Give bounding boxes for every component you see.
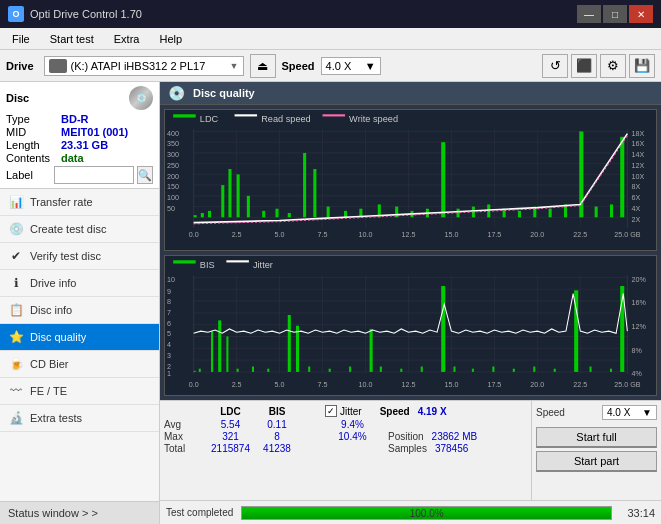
mid-value: MEIT01 (001) bbox=[61, 126, 128, 138]
speed-dropdown[interactable]: 4.0 X ▼ bbox=[602, 405, 657, 420]
max-bis: 8 bbox=[257, 431, 297, 442]
svg-rect-149 bbox=[533, 366, 535, 371]
status-text: Test completed bbox=[166, 507, 233, 518]
drive-selector[interactable]: (K:) ATAPI iHBS312 2 PL17 ▼ bbox=[44, 56, 244, 76]
svg-text:12%: 12% bbox=[631, 321, 646, 330]
window-controls: — □ ✕ bbox=[577, 5, 653, 23]
maximize-button[interactable]: □ bbox=[603, 5, 627, 23]
disc-quality-header: 💿 Disc quality bbox=[160, 82, 661, 105]
cd-bier-label: CD Bier bbox=[30, 358, 69, 370]
svg-text:250: 250 bbox=[167, 161, 179, 170]
main-layout: Disc 💿 Type BD-R MID MEIT01 (001) Length… bbox=[0, 82, 661, 524]
svg-rect-3 bbox=[235, 114, 258, 116]
close-button[interactable]: ✕ bbox=[629, 5, 653, 23]
svg-text:Jitter: Jitter bbox=[253, 258, 273, 269]
svg-text:25.0 GB: 25.0 GB bbox=[614, 379, 640, 388]
refresh-button[interactable]: ↺ bbox=[542, 54, 568, 78]
start-full-button[interactable]: Start full bbox=[536, 427, 657, 448]
disc-quality-icon: ⭐ bbox=[8, 329, 24, 345]
svg-text:22.5: 22.5 bbox=[573, 379, 587, 388]
start-part-button[interactable]: Start part bbox=[536, 451, 657, 472]
status-window-button[interactable]: Status window > > bbox=[0, 501, 159, 524]
progress-percent: 100.0% bbox=[242, 507, 611, 521]
svg-text:8%: 8% bbox=[631, 345, 642, 354]
svg-text:7.5: 7.5 bbox=[318, 229, 328, 238]
svg-text:16%: 16% bbox=[631, 298, 646, 307]
svg-text:12X: 12X bbox=[631, 161, 644, 170]
svg-text:15.0: 15.0 bbox=[444, 379, 458, 388]
sidebar: Disc 💿 Type BD-R MID MEIT01 (001) Length… bbox=[0, 82, 160, 524]
svg-rect-53 bbox=[288, 213, 291, 217]
svg-rect-45 bbox=[201, 213, 204, 217]
svg-text:4: 4 bbox=[167, 340, 171, 349]
svg-text:8X: 8X bbox=[631, 182, 640, 191]
label-edit-icon[interactable]: 🔍 bbox=[137, 166, 153, 184]
svg-text:BIS: BIS bbox=[200, 258, 215, 269]
svg-rect-141 bbox=[380, 366, 382, 371]
avg-label: Avg bbox=[164, 419, 204, 430]
drive-icon bbox=[49, 59, 67, 73]
label-input[interactable] bbox=[54, 166, 134, 184]
length-label: Length bbox=[6, 139, 61, 151]
svg-text:4X: 4X bbox=[631, 204, 640, 213]
speed-selector[interactable]: 4.0 X ▼ bbox=[321, 57, 381, 75]
svg-rect-152 bbox=[590, 366, 592, 371]
app-icon: O bbox=[8, 6, 24, 22]
svg-rect-138 bbox=[329, 368, 331, 371]
sidebar-item-extra-tests[interactable]: 🔬 Extra tests bbox=[0, 405, 159, 432]
status-window-label: Status window > > bbox=[8, 507, 98, 519]
sidebar-item-verify-test-disc[interactable]: ✔ Verify test disc bbox=[0, 243, 159, 270]
position-label: Position bbox=[388, 431, 424, 442]
content-area: 💿 Disc quality LDC Read speed Write bbox=[160, 82, 661, 524]
sidebar-item-create-test-disc[interactable]: 💿 Create test disc bbox=[0, 216, 159, 243]
svg-rect-129 bbox=[211, 331, 213, 372]
max-label: Max bbox=[164, 431, 204, 442]
sidebar-item-disc-info[interactable]: 📋 Disc info bbox=[0, 297, 159, 324]
svg-text:17.5: 17.5 bbox=[487, 229, 501, 238]
settings-button[interactable]: ⚙ bbox=[600, 54, 626, 78]
sidebar-item-drive-info[interactable]: ℹ Drive info bbox=[0, 270, 159, 297]
minimize-button[interactable]: — bbox=[577, 5, 601, 23]
stop-button[interactable]: ⬛ bbox=[571, 54, 597, 78]
jitter-checkbox-container[interactable]: ✓ Jitter bbox=[325, 405, 362, 417]
elapsed-time: 33:14 bbox=[620, 507, 655, 519]
svg-rect-153 bbox=[610, 368, 612, 371]
disc-info-label: Disc info bbox=[30, 304, 72, 316]
toolbar-icons: ↺ ⬛ ⚙ 💾 bbox=[542, 54, 655, 78]
svg-rect-144 bbox=[441, 286, 445, 372]
bis-header: BIS bbox=[257, 406, 297, 417]
svg-rect-46 bbox=[208, 211, 211, 217]
avg-ldc: 5.54 bbox=[208, 419, 253, 430]
verify-test-disc-icon: ✔ bbox=[8, 248, 24, 264]
svg-rect-68 bbox=[518, 211, 521, 217]
disc-info-icon: 📋 bbox=[8, 302, 24, 318]
svg-text:LDC: LDC bbox=[200, 113, 219, 124]
save-button[interactable]: 💾 bbox=[629, 54, 655, 78]
sidebar-item-transfer-rate[interactable]: 📊 Transfer rate bbox=[0, 189, 159, 216]
svg-text:10X: 10X bbox=[631, 172, 644, 181]
svg-rect-73 bbox=[595, 207, 598, 218]
jitter-checkbox[interactable]: ✓ bbox=[325, 405, 337, 417]
svg-text:10: 10 bbox=[167, 274, 175, 283]
svg-rect-135 bbox=[288, 315, 291, 372]
svg-rect-145 bbox=[453, 366, 455, 371]
svg-text:3: 3 bbox=[167, 350, 171, 359]
sidebar-item-fe-te[interactable]: 〰 FE / TE bbox=[0, 378, 159, 405]
svg-text:5: 5 bbox=[167, 329, 171, 338]
eject-button[interactable]: ⏏ bbox=[250, 54, 276, 78]
sidebar-item-disc-quality[interactable]: ⭐ Disc quality bbox=[0, 324, 159, 351]
svg-rect-87 bbox=[165, 256, 656, 396]
svg-rect-47 bbox=[221, 185, 224, 217]
svg-rect-146 bbox=[472, 368, 474, 371]
svg-rect-132 bbox=[237, 368, 239, 371]
svg-rect-56 bbox=[327, 207, 330, 218]
menu-help[interactable]: Help bbox=[151, 31, 190, 47]
jitter-label: Jitter bbox=[340, 406, 362, 417]
sidebar-item-cd-bier[interactable]: 🍺 CD Bier bbox=[0, 351, 159, 378]
menu-file[interactable]: File bbox=[4, 31, 38, 47]
menu-start-test[interactable]: Start test bbox=[42, 31, 102, 47]
svg-rect-131 bbox=[226, 336, 228, 371]
menu-extra[interactable]: Extra bbox=[106, 31, 148, 47]
svg-rect-70 bbox=[549, 209, 552, 218]
svg-rect-88 bbox=[173, 260, 196, 263]
